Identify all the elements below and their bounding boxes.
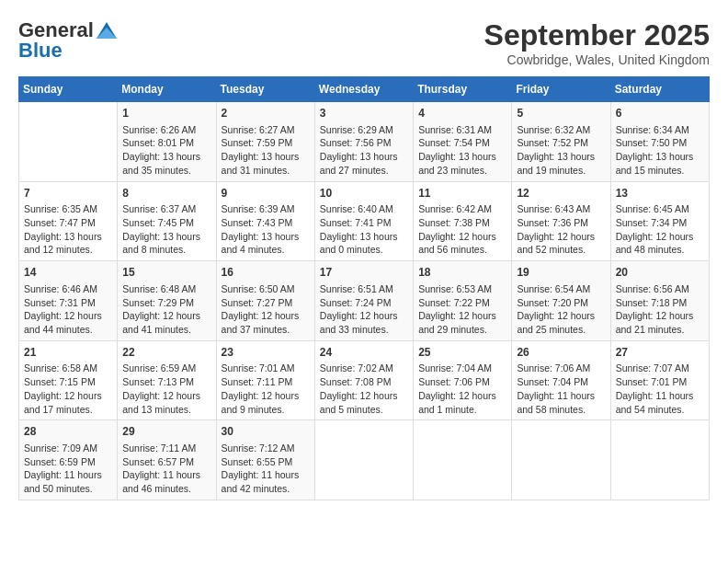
- calendar-cell: [610, 420, 709, 500]
- calendar-cell: 1Sunrise: 6:26 AMSunset: 8:01 PMDaylight…: [118, 102, 216, 182]
- day-number: 12: [517, 186, 605, 201]
- days-of-week-row: SundayMondayTuesdayWednesdayThursdayFrid…: [19, 77, 710, 102]
- calendar-cell: 5Sunrise: 6:32 AMSunset: 7:52 PMDaylight…: [512, 102, 610, 182]
- day-of-week-header: Sunday: [19, 77, 118, 102]
- day-number: 18: [418, 265, 506, 281]
- day-number: 4: [418, 106, 506, 121]
- day-info: Sunrise: 6:34 AMSunset: 7:50 PMDaylight:…: [616, 123, 704, 178]
- calendar-week-row: 7Sunrise: 6:35 AMSunset: 7:47 PMDaylight…: [19, 181, 710, 261]
- calendar-body: 1Sunrise: 6:26 AMSunset: 8:01 PMDaylight…: [19, 102, 710, 500]
- day-number: 27: [616, 345, 704, 361]
- logo-icon: [97, 22, 117, 39]
- calendar-cell: [414, 420, 512, 500]
- calendar-cell: 16Sunrise: 6:50 AMSunset: 7:27 PMDayligh…: [216, 261, 314, 341]
- day-info: Sunrise: 7:09 AMSunset: 6:59 PMDaylight:…: [24, 442, 112, 496]
- day-info: Sunrise: 6:45 AMSunset: 7:34 PMDaylight:…: [616, 202, 704, 257]
- calendar-cell: 28Sunrise: 7:09 AMSunset: 6:59 PMDayligh…: [19, 420, 118, 500]
- day-number: 25: [418, 345, 506, 361]
- calendar-cell: 8Sunrise: 6:37 AMSunset: 7:45 PMDaylight…: [118, 181, 216, 261]
- page-header: General Blue September 2025 Cowbridge, W…: [18, 18, 710, 67]
- calendar-cell: 21Sunrise: 6:58 AMSunset: 7:15 PMDayligh…: [19, 340, 118, 420]
- logo: General Blue: [18, 18, 117, 63]
- day-of-week-header: Wednesday: [314, 77, 413, 102]
- day-info: Sunrise: 6:54 AMSunset: 7:20 PMDaylight:…: [517, 282, 605, 337]
- day-number: 2: [222, 106, 310, 121]
- calendar-cell: 30Sunrise: 7:12 AMSunset: 6:55 PMDayligh…: [216, 420, 314, 500]
- day-number: 28: [24, 424, 112, 440]
- day-info: Sunrise: 6:58 AMSunset: 7:15 PMDaylight:…: [24, 362, 112, 416]
- day-number: 7: [24, 186, 112, 201]
- day-of-week-header: Monday: [118, 77, 216, 102]
- day-number: 13: [616, 186, 704, 201]
- calendar-cell: 7Sunrise: 6:35 AMSunset: 7:47 PMDaylight…: [19, 181, 118, 261]
- day-number: 16: [222, 265, 310, 281]
- calendar-cell: [314, 420, 413, 500]
- day-info: Sunrise: 6:40 AMSunset: 7:41 PMDaylight:…: [320, 202, 408, 257]
- day-info: Sunrise: 6:32 AMSunset: 7:52 PMDaylight:…: [517, 123, 605, 178]
- day-info: Sunrise: 7:01 AMSunset: 7:11 PMDaylight:…: [222, 362, 310, 416]
- calendar-cell: 13Sunrise: 6:45 AMSunset: 7:34 PMDayligh…: [610, 181, 709, 261]
- day-of-week-header: Thursday: [414, 77, 512, 102]
- calendar-cell: 9Sunrise: 6:39 AMSunset: 7:43 PMDaylight…: [216, 181, 314, 261]
- day-number: 29: [122, 424, 210, 440]
- calendar-week-row: 28Sunrise: 7:09 AMSunset: 6:59 PMDayligh…: [19, 420, 710, 500]
- month-year-title: September 2025: [484, 18, 710, 52]
- day-info: Sunrise: 7:04 AMSunset: 7:06 PMDaylight:…: [418, 362, 506, 416]
- calendar-cell: 20Sunrise: 6:56 AMSunset: 7:18 PMDayligh…: [610, 261, 709, 341]
- calendar-cell: 27Sunrise: 7:07 AMSunset: 7:01 PMDayligh…: [610, 340, 709, 420]
- calendar-cell: 29Sunrise: 7:11 AMSunset: 6:57 PMDayligh…: [118, 420, 216, 500]
- day-number: 22: [122, 345, 210, 361]
- day-number: 19: [517, 265, 605, 281]
- day-info: Sunrise: 6:51 AMSunset: 7:24 PMDaylight:…: [320, 282, 408, 337]
- day-info: Sunrise: 6:53 AMSunset: 7:22 PMDaylight:…: [418, 282, 506, 337]
- day-info: Sunrise: 7:02 AMSunset: 7:08 PMDaylight:…: [320, 362, 408, 416]
- calendar-cell: 4Sunrise: 6:31 AMSunset: 7:54 PMDaylight…: [414, 102, 512, 182]
- title-block: September 2025 Cowbridge, Wales, United …: [484, 18, 710, 67]
- day-info: Sunrise: 6:29 AMSunset: 7:56 PMDaylight:…: [320, 123, 408, 178]
- calendar-table: SundayMondayTuesdayWednesdayThursdayFrid…: [18, 76, 710, 500]
- day-info: Sunrise: 6:56 AMSunset: 7:18 PMDaylight:…: [616, 282, 704, 337]
- day-info: Sunrise: 6:31 AMSunset: 7:54 PMDaylight:…: [418, 123, 506, 178]
- calendar-cell: 23Sunrise: 7:01 AMSunset: 7:11 PMDayligh…: [216, 340, 314, 420]
- calendar-week-row: 1Sunrise: 6:26 AMSunset: 8:01 PMDaylight…: [19, 102, 710, 182]
- calendar-week-row: 21Sunrise: 6:58 AMSunset: 7:15 PMDayligh…: [19, 340, 710, 420]
- calendar-week-row: 14Sunrise: 6:46 AMSunset: 7:31 PMDayligh…: [19, 261, 710, 341]
- calendar-cell: 17Sunrise: 6:51 AMSunset: 7:24 PMDayligh…: [314, 261, 413, 341]
- day-number: 11: [418, 186, 506, 201]
- day-info: Sunrise: 6:48 AMSunset: 7:29 PMDaylight:…: [122, 282, 210, 337]
- day-number: 26: [517, 345, 605, 361]
- day-info: Sunrise: 6:43 AMSunset: 7:36 PMDaylight:…: [517, 202, 605, 257]
- day-info: Sunrise: 7:12 AMSunset: 6:55 PMDaylight:…: [222, 442, 310, 496]
- day-number: 3: [320, 106, 408, 121]
- day-number: 24: [320, 345, 408, 361]
- day-info: Sunrise: 6:39 AMSunset: 7:43 PMDaylight:…: [222, 202, 310, 257]
- day-number: 10: [320, 186, 408, 201]
- calendar-cell: 10Sunrise: 6:40 AMSunset: 7:41 PMDayligh…: [314, 181, 413, 261]
- day-number: 30: [222, 424, 310, 440]
- calendar-cell: 6Sunrise: 6:34 AMSunset: 7:50 PMDaylight…: [610, 102, 709, 182]
- day-number: 17: [320, 265, 408, 281]
- calendar-cell: 26Sunrise: 7:06 AMSunset: 7:04 PMDayligh…: [512, 340, 610, 420]
- calendar-cell: 14Sunrise: 6:46 AMSunset: 7:31 PMDayligh…: [19, 261, 118, 341]
- day-info: Sunrise: 6:50 AMSunset: 7:27 PMDaylight:…: [222, 282, 310, 337]
- day-number: 15: [122, 265, 210, 281]
- day-number: 14: [24, 265, 112, 281]
- day-info: Sunrise: 7:07 AMSunset: 7:01 PMDaylight:…: [616, 362, 704, 416]
- day-number: 23: [222, 345, 310, 361]
- logo-blue: Blue: [18, 39, 63, 63]
- calendar-cell: 24Sunrise: 7:02 AMSunset: 7:08 PMDayligh…: [314, 340, 413, 420]
- day-number: 1: [122, 106, 210, 121]
- day-of-week-header: Saturday: [610, 77, 709, 102]
- calendar-cell: 22Sunrise: 6:59 AMSunset: 7:13 PMDayligh…: [118, 340, 216, 420]
- calendar-cell: 19Sunrise: 6:54 AMSunset: 7:20 PMDayligh…: [512, 261, 610, 341]
- calendar-cell: 15Sunrise: 6:48 AMSunset: 7:29 PMDayligh…: [118, 261, 216, 341]
- day-of-week-header: Tuesday: [216, 77, 314, 102]
- day-info: Sunrise: 6:37 AMSunset: 7:45 PMDaylight:…: [122, 202, 210, 257]
- day-info: Sunrise: 6:59 AMSunset: 7:13 PMDaylight:…: [122, 362, 210, 416]
- day-info: Sunrise: 6:27 AMSunset: 7:59 PMDaylight:…: [222, 123, 310, 178]
- day-number: 6: [616, 106, 704, 121]
- day-number: 9: [222, 186, 310, 201]
- day-number: 5: [517, 106, 605, 121]
- day-info: Sunrise: 6:26 AMSunset: 8:01 PMDaylight:…: [122, 123, 210, 178]
- svg-marker-1: [97, 28, 117, 39]
